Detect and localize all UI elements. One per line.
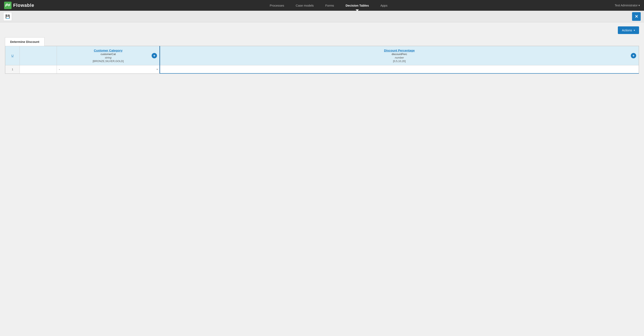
row-action-input[interactable] <box>160 65 639 73</box>
condition-column-header: Customer Category customerCat string [BR… <box>57 46 160 65</box>
nav-processes[interactable]: Processes <box>264 0 290 11</box>
table-title-tab: Determine Discount <box>5 37 639 46</box>
toolbar: 💾 ✕ <box>0 11 644 22</box>
actions-row: Actions ▾ <box>5 26 639 34</box>
nav-forms[interactable]: Forms <box>320 0 340 11</box>
navbar: Flowable Processes Case models Forms Dec… <box>0 0 644 11</box>
row-condition-cell: ▼ <box>57 65 160 74</box>
condition-column-type: string <box>60 56 156 59</box>
hit-policy-cell: U <box>5 46 20 65</box>
brand: Flowable <box>4 2 34 9</box>
table-title: Determine Discount <box>5 37 44 46</box>
nav-apps[interactable]: Apps <box>374 0 393 11</box>
condition-column-title[interactable]: Customer Category <box>60 49 156 52</box>
row-empty-input[interactable] <box>20 65 57 73</box>
condition-column-field: customerCat <box>60 53 156 56</box>
content-area: Actions ▾ Determine Discount U Customer … <box>0 22 644 336</box>
actions-caret: ▾ <box>634 29 635 32</box>
hit-policy-link[interactable]: U <box>11 54 14 57</box>
nav-menu: Processes Case models Forms Decision Tab… <box>42 0 615 11</box>
actions-label: Actions <box>622 29 632 32</box>
save-button[interactable]: 💾 <box>3 12 12 21</box>
decision-table: U Customer Category customerCat string [… <box>5 46 639 74</box>
brand-name: Flowable <box>13 3 34 8</box>
action-column-field: discountPerc <box>163 53 635 56</box>
action-column-type: number <box>163 56 635 59</box>
row-condition-input[interactable] <box>57 65 160 73</box>
row-number: 1 <box>5 65 20 74</box>
nav-decision-tables[interactable]: Decision Tables <box>340 0 374 11</box>
actions-button[interactable]: Actions ▾ <box>618 26 639 34</box>
add-condition-button[interactable]: + <box>152 53 157 58</box>
condition-column-values: [BRONZE,SILVER,GOLD] <box>60 60 156 63</box>
action-column-title[interactable]: Discount Percentage <box>163 49 635 52</box>
condition-empty-header <box>20 46 57 65</box>
row-empty-cell <box>20 65 57 74</box>
nav-case-models[interactable]: Case models <box>290 0 320 11</box>
action-column-header: Discount Percentage discountPerc number … <box>160 46 639 65</box>
table-header-row: U Customer Category customerCat string [… <box>5 46 639 65</box>
decision-table-container: U Customer Category customerCat string [… <box>5 46 639 74</box>
flowable-logo <box>4 2 12 9</box>
add-action-button[interactable]: + <box>631 53 636 58</box>
action-column-values: [0,5,10,20] <box>163 60 635 63</box>
user-menu[interactable]: Test Administrator ▾ <box>615 4 640 7</box>
table-row: 1 ▼ <box>5 65 639 74</box>
row-action-cell <box>160 65 639 74</box>
close-button[interactable]: ✕ <box>632 12 641 21</box>
